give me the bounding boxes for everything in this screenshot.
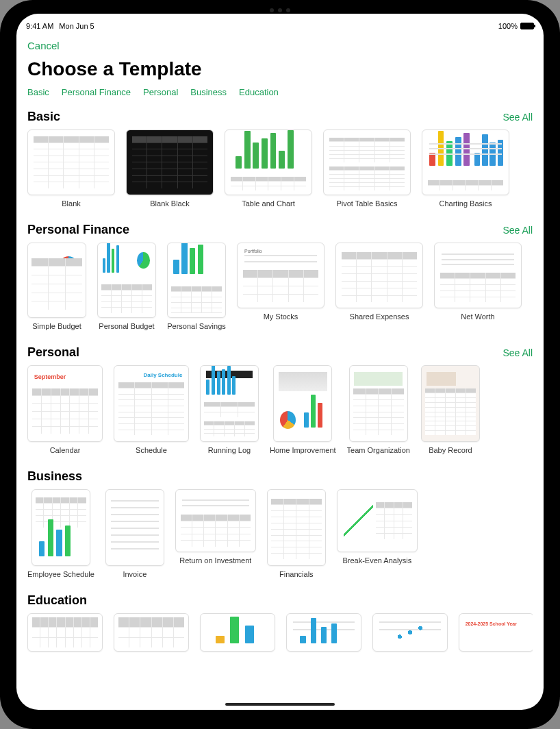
- template-thumbnail-schedule[interactable]: Daily Schedule: [114, 365, 189, 442]
- template-break-even-analysis[interactable]: Break-Even Analysis: [337, 489, 418, 578]
- template-thumbnail-shared-expenses[interactable]: [335, 243, 423, 308]
- template-running-log[interactable]: Running Log: [200, 365, 259, 454]
- template-label-employee-schedule: Employee Schedule: [27, 570, 94, 578]
- template-thumbnail-team-organization[interactable]: [349, 365, 408, 442]
- template-thumbnail-correlation-project[interactable]: [372, 613, 448, 652]
- template-thumbnail-net-worth[interactable]: [434, 243, 522, 308]
- template-home-improvement[interactable]: Home Improvement: [270, 365, 336, 454]
- category-link-personal-finance[interactable]: Personal Finance: [62, 87, 131, 97]
- template-label-calendar: Calendar: [50, 446, 81, 454]
- template-label-personal-budget: Personal Budget: [99, 322, 154, 330]
- template-thumbnail-running-log[interactable]: [200, 365, 259, 442]
- category-link-basic[interactable]: Basic: [27, 87, 49, 97]
- template-row-business: Employee ScheduleInvoiceReturn on Invest…: [27, 489, 533, 582]
- template-label-simple-budget: Simple Budget: [32, 322, 81, 330]
- template-personal-savings[interactable]: Personal Savings: [167, 243, 226, 330]
- template-thumbnail-return-on-investment[interactable]: [175, 489, 256, 552]
- template-label-financials: Financials: [279, 570, 314, 578]
- template-employee-schedule[interactable]: Employee Schedule: [27, 489, 94, 578]
- template-charting-basics[interactable]: Charting Basics: [422, 129, 509, 208]
- section-title-education: Education: [27, 593, 87, 608]
- template-simple-budget[interactable]: Simple Budget: [27, 243, 86, 330]
- template-thumbnail-table-and-chart[interactable]: [225, 129, 312, 195]
- section-personal: PersonalSee AllSeptemberCalendarDaily Sc…: [27, 343, 533, 458]
- category-nav: BasicPersonal FinancePersonalBusinessEdu…: [27, 87, 533, 97]
- template-thumbnail-pivot-table-basics[interactable]: [323, 129, 411, 195]
- template-label-break-even-analysis: Break-Even Analysis: [342, 556, 411, 565]
- template-thumbnail-personal-savings[interactable]: [167, 243, 226, 318]
- template-thumbnail-blank-black[interactable]: [126, 129, 214, 195]
- template-financials[interactable]: Financials: [267, 489, 326, 578]
- template-net-worth[interactable]: Net Worth: [434, 243, 522, 330]
- template-school-year[interactable]: 2024-2025 School Year: [459, 613, 533, 652]
- template-pivot-table-basics[interactable]: Pivot Table Basics: [323, 129, 411, 208]
- template-label-invoice: Invoice: [123, 570, 147, 578]
- template-thumbnail-grade-book[interactable]: [114, 613, 189, 652]
- template-team-organization[interactable]: Team Organization: [347, 365, 410, 454]
- template-thumbnail-calendar[interactable]: September: [27, 365, 103, 442]
- template-thumbnail-home-improvement[interactable]: [273, 365, 332, 442]
- template-row-personal-finance: Simple BudgetPersonal BudgetPersonal Sav…: [27, 243, 533, 334]
- category-link-personal[interactable]: Personal: [143, 87, 178, 97]
- cancel-button[interactable]: Cancel: [27, 36, 60, 55]
- template-personal-budget[interactable]: Personal Budget: [97, 243, 156, 330]
- template-thumbnail-my-stocks[interactable]: Portfolio: [237, 243, 324, 308]
- template-row-basic: BlankBlank BlackTable and ChartPivot Tab…: [27, 129, 533, 212]
- template-thumbnail-charting-basics[interactable]: [422, 129, 509, 195]
- template-blank-black[interactable]: Blank Black: [126, 129, 214, 208]
- template-my-stocks[interactable]: PortfolioMy Stocks: [237, 243, 324, 330]
- template-label-my-stocks: My Stocks: [264, 312, 298, 321]
- template-thumbnail-financials[interactable]: [267, 489, 326, 566]
- template-label-return-on-investment: Return on Investment: [179, 556, 251, 565]
- template-thumbnail-blank[interactable]: [27, 129, 115, 195]
- screen: 9:41 AM Mon Jun 5 100% Cancel Choose a T…: [16, 14, 544, 710]
- template-label-pivot-table-basics: Pivot Table Basics: [336, 199, 397, 208]
- template-calendar[interactable]: SeptemberCalendar: [27, 365, 103, 454]
- category-link-business[interactable]: Business: [190, 87, 227, 97]
- see-all-personal[interactable]: See All: [502, 347, 533, 358]
- template-attendance-sheet[interactable]: [27, 613, 103, 652]
- template-dice-roll-probability[interactable]: [286, 613, 361, 652]
- template-thumbnail-school-year[interactable]: 2024-2025 School Year: [459, 613, 533, 652]
- template-label-running-log: Running Log: [208, 446, 251, 454]
- template-baby-record[interactable]: Baby Record: [421, 365, 480, 454]
- page-title: Choose a Template: [27, 58, 533, 80]
- template-thumbnail-dice-roll-probability[interactable]: [286, 613, 361, 652]
- template-gpa-calculator[interactable]: [200, 613, 275, 652]
- template-grade-book[interactable]: [114, 613, 189, 652]
- template-table-and-chart[interactable]: Table and Chart: [225, 129, 312, 208]
- battery-icon: [520, 23, 534, 29]
- template-thumbnail-simple-budget[interactable]: [27, 243, 86, 318]
- template-thumbnail-personal-budget[interactable]: [97, 243, 156, 318]
- template-row-education: 2024-2025 School Year: [27, 613, 533, 656]
- see-all-basic[interactable]: See All: [502, 112, 533, 123]
- category-link-education[interactable]: Education: [239, 87, 279, 97]
- template-thumbnail-gpa-calculator[interactable]: [200, 613, 275, 652]
- template-thumbnail-break-even-analysis[interactable]: [337, 489, 418, 552]
- template-label-table-and-chart: Table and Chart: [242, 199, 295, 208]
- status-date: Mon Jun 5: [59, 22, 94, 30]
- section-education: Education2024-2025 School Year: [27, 591, 533, 656]
- template-thumbnail-baby-record[interactable]: [421, 365, 480, 442]
- section-title-personal: Personal: [27, 345, 79, 360]
- template-label-shared-expenses: Shared Expenses: [350, 312, 409, 321]
- template-label-blank-black: Blank Black: [150, 199, 189, 208]
- template-label-personal-savings: Personal Savings: [167, 322, 226, 330]
- template-label-home-improvement: Home Improvement: [270, 446, 336, 454]
- template-correlation-project[interactable]: [372, 613, 448, 652]
- template-label-blank: Blank: [62, 199, 81, 208]
- template-invoice[interactable]: Invoice: [105, 489, 164, 578]
- home-indicator[interactable]: [225, 703, 335, 706]
- template-return-on-investment[interactable]: Return on Investment: [175, 489, 256, 578]
- status-bar: 9:41 AM Mon Jun 5 100%: [16, 14, 544, 32]
- section-basic: BasicSee AllBlankBlank BlackTable and Ch…: [27, 107, 533, 212]
- template-thumbnail-invoice[interactable]: [105, 489, 164, 566]
- template-schedule[interactable]: Daily ScheduleSchedule: [114, 365, 189, 454]
- template-blank[interactable]: Blank: [27, 129, 115, 208]
- template-shared-expenses[interactable]: Shared Expenses: [335, 243, 423, 330]
- see-all-personal-finance[interactable]: See All: [502, 225, 533, 236]
- status-time: 9:41 AM: [26, 22, 53, 30]
- template-thumbnail-employee-schedule[interactable]: [31, 489, 90, 566]
- template-thumbnail-attendance-sheet[interactable]: [27, 613, 103, 652]
- template-label-team-organization: Team Organization: [347, 446, 410, 454]
